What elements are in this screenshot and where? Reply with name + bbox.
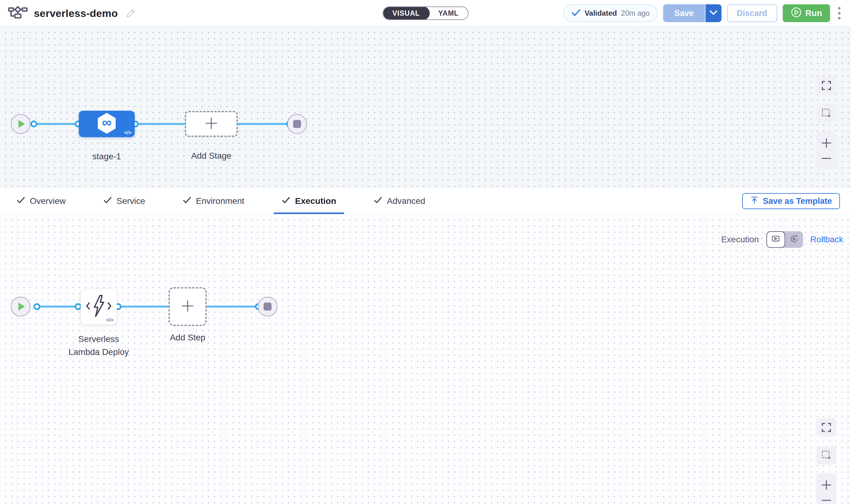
end-node: [258, 297, 277, 317]
zoom-in-button[interactable]: [816, 135, 836, 151]
validated-check-icon: [572, 8, 581, 18]
check-icon: [183, 196, 191, 206]
header-title-group: serverless-demo: [8, 5, 135, 21]
edge-step-addstep: [117, 306, 170, 307]
page-title: serverless-demo: [34, 7, 118, 19]
zoom-in-button[interactable]: [816, 477, 836, 492]
visual-yaml-toggle: VISUAL YAML: [383, 6, 468, 20]
start-play-icon: [18, 120, 25, 128]
execution-rollback-toggle: [766, 231, 803, 248]
execution-graph-canvas: Execution: [0, 214, 851, 504]
check-icon: [103, 196, 112, 206]
stage-config-tabbar: Overview Service Environment Execution A…: [0, 188, 851, 214]
zoom-out-button[interactable]: [816, 492, 836, 504]
upload-icon: [750, 196, 759, 206]
plus-icon: [181, 299, 195, 314]
rollback-mode-segment[interactable]: [785, 231, 803, 248]
toggle-yaml[interactable]: YAML: [429, 6, 468, 20]
save-split-button: Save: [663, 4, 721, 22]
edge-addstage-end: [237, 123, 290, 125]
edit-title-icon[interactable]: [126, 8, 135, 18]
tab-label: Service: [116, 196, 145, 206]
deploy-stage-hexagon-icon: ∞: [96, 112, 117, 136]
pipeline-studio: serverless-demo VISUAL YAML Validated 20…: [0, 0, 851, 504]
zoom-controls: [816, 132, 836, 170]
step-node-serverless-lambda-deploy[interactable]: </>: [80, 288, 117, 325]
pipeline-icon: [8, 5, 28, 21]
stop-square-icon: [264, 303, 272, 310]
add-stage-label: Add Stage: [181, 149, 242, 162]
add-step-button[interactable]: [168, 287, 207, 326]
marquee-select-button[interactable]: [816, 104, 836, 122]
stop-square-icon: [293, 120, 301, 128]
toggle-visual[interactable]: VISUAL: [383, 6, 430, 20]
zoom-controls: [816, 473, 836, 504]
plus-icon: [204, 116, 218, 132]
check-icon: [374, 196, 382, 206]
discard-button[interactable]: Discard: [727, 4, 777, 22]
validated-time: 20m ago: [621, 9, 650, 18]
tab-service[interactable]: Service: [95, 188, 153, 214]
start-node: [11, 114, 31, 134]
zoom-out-button[interactable]: [816, 151, 836, 166]
check-icon: [282, 196, 290, 206]
stage-canvas-controls: [816, 76, 836, 170]
add-stage-button[interactable]: [185, 111, 238, 137]
play-panel-icon: [771, 234, 780, 245]
marquee-select-button[interactable]: [816, 446, 836, 464]
svg-text:∞: ∞: [102, 115, 111, 130]
code-view-badge: </>: [124, 130, 132, 136]
execution-mode-row: Execution: [721, 231, 843, 248]
fullscreen-button[interactable]: [816, 76, 836, 95]
start-play-icon: [18, 303, 25, 310]
header-bar: serverless-demo VISUAL YAML Validated 20…: [0, 0, 851, 27]
save-as-template-button[interactable]: Save as Template: [742, 193, 840, 209]
execution-mode-segment[interactable]: [766, 231, 785, 248]
serverless-lambda-icon: [85, 294, 112, 319]
rollback-link[interactable]: Rollback: [810, 235, 843, 245]
stage-graph-canvas: ∞ </> stage-1 Add Stage: [0, 27, 851, 188]
step-label: Serverless Lambda Deploy: [64, 333, 134, 359]
edge-start-stage1: [33, 123, 79, 125]
end-node: [287, 114, 307, 134]
save-as-template-label: Save as Template: [763, 197, 832, 206]
tab-label: Execution: [295, 196, 336, 206]
run-label: Run: [805, 8, 822, 18]
edge-stage1-addstage: [135, 123, 185, 125]
tab-label: Environment: [196, 196, 244, 206]
start-node: [11, 297, 31, 317]
check-icon: [17, 196, 25, 206]
run-button[interactable]: Run: [783, 4, 830, 22]
save-options-caret[interactable]: [705, 4, 722, 22]
tab-environment[interactable]: Environment: [175, 188, 252, 214]
fullscreen-button[interactable]: [816, 418, 836, 437]
code-view-badge: </>: [106, 317, 113, 323]
rerun-circle-icon: [790, 234, 799, 245]
execution-mode-label: Execution: [721, 235, 759, 245]
tab-label: Advanced: [387, 196, 426, 206]
tab-execution[interactable]: Execution: [274, 188, 344, 214]
tab-label: Overview: [30, 196, 66, 206]
chevron-down-icon: [709, 10, 718, 16]
stage-label: stage-1: [76, 150, 138, 163]
validated-badge[interactable]: Validated 20m ago: [563, 4, 658, 22]
port: [34, 303, 40, 310]
tab-advanced[interactable]: Advanced: [366, 188, 433, 214]
header-actions: Validated 20m ago Save Discard: [563, 4, 843, 22]
run-play-icon: [791, 7, 802, 20]
execution-canvas-controls: [816, 418, 836, 504]
save-button[interactable]: Save: [663, 4, 705, 22]
stage-node-stage-1[interactable]: ∞ </>: [79, 111, 135, 137]
add-step-label: Add Step: [157, 331, 218, 344]
more-options-menu-icon[interactable]: [836, 5, 843, 21]
port: [31, 121, 37, 127]
validated-label: Validated: [585, 9, 617, 18]
tab-overview[interactable]: Overview: [8, 188, 74, 214]
edge-addstep-end: [206, 306, 259, 307]
